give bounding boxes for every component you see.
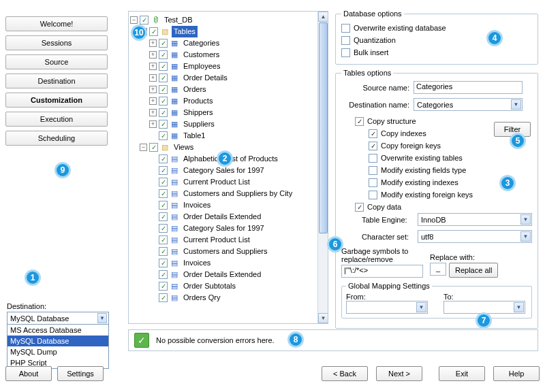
table-engine-combo[interactable]: InnoDB▼ — [418, 213, 532, 226]
copy-data-checkbox[interactable]: ✓ — [355, 203, 364, 212]
checkbox-icon[interactable]: ✓ — [159, 235, 168, 244]
tree-node[interactable]: Categories — [181, 37, 221, 49]
nav-destination[interactable]: Destination — [5, 74, 108, 88]
charset-combo[interactable]: utf8▼ — [418, 230, 532, 243]
destination-combobox[interactable]: MySQL Database ▼ — [7, 312, 109, 325]
checkbox-icon[interactable]: ✓ — [159, 108, 168, 117]
nav-welcome[interactable]: Welcome! — [5, 16, 108, 31]
checkbox-icon[interactable]: ✓ — [159, 201, 168, 210]
tree-node[interactable]: Order Details Extended — [181, 269, 263, 280]
tree-node[interactable]: Test_DB — [162, 14, 195, 26]
tree-expand-icon[interactable]: + — [149, 51, 157, 59]
source-name-input[interactable]: Categories — [414, 81, 523, 94]
checkbox-icon[interactable]: ✓ — [159, 50, 168, 59]
tree-node[interactable]: Orders — [181, 84, 208, 95]
checkbox-icon[interactable]: ✓ — [159, 247, 168, 256]
modify-indexes-checkbox[interactable] — [369, 178, 377, 187]
checkbox-icon[interactable]: ✓ — [159, 39, 168, 48]
copy-structure-checkbox[interactable]: ✓ — [355, 117, 364, 126]
checkbox-icon[interactable]: ✓ — [159, 270, 168, 279]
tree-node[interactable]: Order Subtotals — [181, 280, 238, 292]
checkbox-icon[interactable]: ✓ — [159, 97, 168, 105]
tree-node[interactable]: Employees — [181, 61, 222, 72]
help-button[interactable]: Help — [493, 366, 540, 381]
annotation-marker: 1 — [25, 270, 41, 286]
tree-node[interactable]: Current Product List — [181, 176, 252, 188]
checkbox-icon[interactable]: ✓ — [140, 16, 149, 24]
tree-node[interactable]: Order Details Extended — [181, 211, 263, 223]
settings-button[interactable]: Settings — [57, 366, 104, 381]
tree-node[interactable]: Table1 — [181, 130, 207, 142]
garbage-input[interactable]: |'"\:/*<> — [341, 265, 423, 278]
checkbox-icon[interactable]: ✓ — [159, 74, 168, 82]
tree-node[interactable]: Shippers — [181, 107, 215, 118]
scroll-down-icon[interactable]: ▼ — [318, 313, 328, 323]
about-button[interactable]: About — [5, 366, 52, 381]
tree-node-views[interactable]: Views — [172, 142, 196, 153]
tree-node[interactable]: Invoices — [181, 199, 213, 211]
overwrite-db-checkbox[interactable] — [341, 24, 350, 33]
quantization-checkbox[interactable] — [341, 36, 350, 45]
tree-expand-icon[interactable]: + — [149, 86, 157, 93]
nav-source[interactable]: Source — [5, 54, 108, 69]
tree-expand-icon[interactable]: + — [149, 39, 157, 47]
object-tree[interactable]: −✓🛢Test_DB −✓▧Tables +✓▦Categories+✓▦Cus… — [128, 11, 328, 324]
checkbox-icon[interactable]: ✓ — [159, 120, 168, 129]
tree-node[interactable]: Customers — [181, 49, 221, 61]
destination-option[interactable]: MS Access Database — [7, 325, 108, 336]
replace-all-button[interactable]: Replace all — [449, 263, 498, 278]
checkbox-icon[interactable]: ✓ — [149, 27, 158, 36]
checkbox-icon[interactable]: ✓ — [159, 282, 168, 291]
nav-scheduling[interactable]: Scheduling — [5, 131, 108, 146]
scroll-up-icon[interactable]: ▲ — [318, 12, 328, 22]
tree-expand-icon[interactable]: + — [149, 120, 157, 128]
destination-option[interactable]: MySQL Dump — [7, 346, 108, 357]
modify-fk-checkbox[interactable] — [369, 191, 377, 199]
nav-sessions[interactable]: Sessions — [5, 35, 108, 50]
tree-node[interactable]: Current Product List — [181, 234, 252, 246]
checkbox-icon[interactable]: ✓ — [159, 224, 168, 233]
checkbox-icon[interactable]: ✓ — [159, 293, 168, 302]
checkbox-icon[interactable]: ✓ — [159, 259, 168, 267]
vertical-scrollbar[interactable]: ▲ ▼ — [317, 12, 328, 323]
checkbox-icon[interactable]: ✓ — [159, 189, 168, 198]
scroll-thumb[interactable] — [319, 22, 328, 233]
modify-fields-checkbox[interactable] — [369, 166, 377, 175]
exit-button[interactable]: Exit — [439, 366, 485, 381]
checkbox-icon[interactable]: ✓ — [159, 154, 168, 163]
tree-expand-icon[interactable]: + — [149, 109, 157, 116]
checkbox-icon[interactable]: ✓ — [159, 178, 168, 186]
tree-node[interactable]: Suppliers — [181, 118, 217, 130]
copy-indexes-checkbox[interactable]: ✓ — [369, 129, 377, 138]
copy-fk-checkbox[interactable]: ✓ — [369, 142, 377, 150]
next-button[interactable]: Next > — [376, 366, 422, 381]
replace-with-input[interactable]: _ — [430, 263, 446, 276]
tree-node[interactable]: Customers and Suppliers — [181, 246, 270, 257]
checkbox-icon[interactable]: ✓ — [159, 212, 168, 221]
checkbox-icon[interactable]: ✓ — [159, 62, 168, 71]
tree-expand-icon[interactable]: − — [130, 16, 138, 24]
nav-execution[interactable]: Execution — [5, 112, 108, 127]
destination-option[interactable]: MySQL Database — [7, 336, 108, 346]
tree-node[interactable]: Invoices — [181, 257, 213, 269]
tree-node-tables[interactable]: Tables — [172, 26, 198, 37]
checkbox-icon[interactable]: ✓ — [159, 131, 168, 140]
tree-node[interactable]: Products — [181, 95, 215, 107]
bulk-insert-checkbox[interactable] — [341, 48, 350, 57]
tree-node[interactable]: Order Details — [181, 72, 230, 84]
tree-node[interactable]: Customers and Suppliers by City — [181, 188, 294, 199]
nav-customization[interactable]: Customization — [5, 93, 108, 108]
tree-expand-icon[interactable]: − — [140, 144, 147, 151]
map-from-combo[interactable]: ▼ — [346, 301, 428, 314]
dest-name-combo[interactable]: Categories▼ — [414, 98, 523, 111]
back-button[interactable]: < Back — [322, 366, 368, 381]
checkbox-icon[interactable]: ✓ — [159, 85, 168, 94]
checkbox-icon[interactable]: ✓ — [159, 166, 168, 175]
tree-node[interactable]: Category Sales for 1997 — [181, 223, 266, 234]
tree-expand-icon[interactable]: + — [149, 97, 157, 105]
tree-expand-icon[interactable]: + — [149, 63, 157, 70]
overwrite-tables-checkbox[interactable] — [369, 154, 377, 163]
tree-node[interactable]: Orders Qry — [181, 292, 222, 304]
checkbox-icon[interactable]: ✓ — [149, 143, 158, 152]
tree-expand-icon[interactable]: + — [149, 74, 157, 82]
